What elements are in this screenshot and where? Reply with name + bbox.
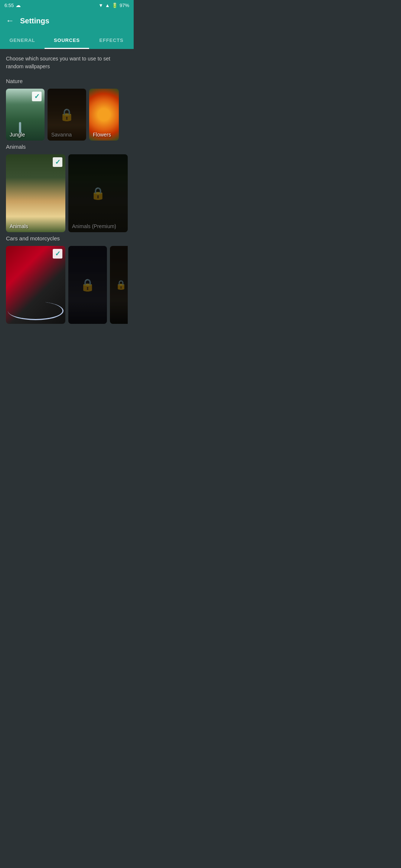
cars-tiles-row: ✓ 🔒 🔒 — [6, 246, 128, 324]
time-display: 6:55 — [4, 3, 14, 8]
animals-label: Animals — [10, 223, 28, 229]
signal-icon: ▲ — [105, 3, 110, 8]
back-button[interactable]: ← — [6, 16, 14, 26]
section-title-nature: Nature — [6, 78, 128, 84]
tile-animals[interactable]: ✓ Animals — [6, 154, 65, 232]
tabs-container: GENERAL SOURCES EFFECTS — [0, 31, 134, 49]
section-title-cars: Cars and motorcycles — [6, 235, 128, 241]
battery-level: 97% — [120, 3, 129, 8]
tile-car2[interactable]: 🔒 — [110, 246, 128, 324]
section-animals: Animals ✓ Animals 🔒 Animals (Premium) — [6, 144, 128, 232]
cars-check: ✓ — [53, 249, 62, 259]
status-right: ▼ ▲ 🔋 97% — [98, 3, 129, 8]
wifi-icon: ▼ — [98, 3, 103, 8]
jungle-check: ✓ — [32, 92, 42, 101]
animals-tiles-row: ✓ Animals 🔒 Animals (Premium) — [6, 154, 128, 232]
animals-premium-lock-icon: 🔒 — [91, 186, 105, 200]
tile-animals-premium[interactable]: 🔒 Animals (Premium) — [68, 154, 128, 232]
animals-check: ✓ — [53, 157, 62, 167]
status-left: 6:55 ☁ — [4, 2, 21, 8]
section-nature: Nature ✓ Jungle 🔒 Savanna Flowers — [6, 78, 128, 141]
nature-tiles-row: ✓ Jungle 🔒 Savanna Flowers — [6, 89, 128, 141]
description-text: Choose which sources you want to use to … — [6, 55, 128, 70]
tile-savanna[interactable]: 🔒 Savanna — [48, 89, 86, 141]
savanna-label: Savanna — [51, 132, 72, 138]
flowers-label: Flowers — [93, 132, 111, 138]
tile-flowers[interactable]: Flowers — [89, 89, 119, 141]
headlight-decoration — [8, 302, 63, 320]
tab-general[interactable]: GENERAL — [0, 31, 45, 49]
car2-lock-icon: 🔒 — [115, 280, 127, 290]
tile-jungle[interactable]: ✓ Jungle — [6, 89, 45, 141]
tile-moto[interactable]: 🔒 — [68, 246, 107, 324]
content-area: Choose which sources you want to use to … — [0, 49, 134, 333]
jungle-label: Jungle — [10, 132, 25, 138]
battery-icon: 🔋 — [112, 3, 118, 8]
tab-sources[interactable]: SOURCES — [45, 31, 89, 49]
tab-effects[interactable]: EFFECTS — [89, 31, 134, 49]
status-bar: 6:55 ☁ ▼ ▲ 🔋 97% — [0, 0, 134, 10]
cloud-icon: ☁ — [16, 2, 21, 8]
animals-premium-label: Animals (Premium) — [72, 223, 116, 229]
page-title: Settings — [20, 17, 49, 25]
section-cars: Cars and motorcycles ✓ 🔒 🔒 — [6, 235, 128, 324]
top-bar: ← Settings — [0, 10, 134, 31]
moto-lock-icon: 🔒 — [80, 278, 95, 292]
tile-cars[interactable]: ✓ — [6, 246, 65, 324]
section-title-animals: Animals — [6, 144, 128, 150]
savanna-lock-icon: 🔒 — [59, 108, 74, 122]
